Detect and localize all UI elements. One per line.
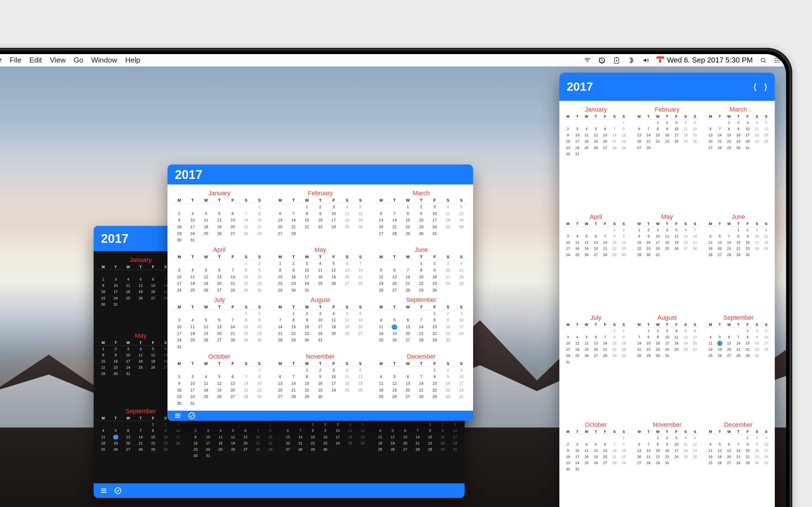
day-cell[interactable]: 2 <box>319 421 332 427</box>
day-cell[interactable]: 28 <box>287 394 300 400</box>
day-cell[interactable]: 25 <box>344 441 356 446</box>
day-cell[interactable]: 5 <box>681 328 690 334</box>
day-cell[interactable]: 12 <box>213 217 226 223</box>
day-cell[interactable]: 7 <box>287 211 300 217</box>
day-cell[interactable]: 9 <box>619 233 628 239</box>
day-cell[interactable]: 21 <box>610 138 619 144</box>
day-cell[interactable]: 16 <box>190 441 202 446</box>
day-cell[interactable]: 9 <box>172 381 186 387</box>
day-cell[interactable]: 21 <box>724 246 733 251</box>
day-cell[interactable]: 1 <box>428 311 441 317</box>
day-cell[interactable]: 31 <box>428 231 441 237</box>
day-cell[interactable]: 1 <box>428 367 441 374</box>
day-cell[interactable]: 13 <box>282 434 294 440</box>
day-cell[interactable]: 29 <box>644 353 653 358</box>
day-cell[interactable]: 27 <box>601 460 610 466</box>
day-cell[interactable]: 9 <box>190 434 202 440</box>
day-cell[interactable]: 29 <box>414 287 428 293</box>
day-cell[interactable]: 2 <box>663 120 672 126</box>
day-cell[interactable]: 24 <box>441 281 455 287</box>
day-cell[interactable]: 31 <box>109 302 122 307</box>
day-cell[interactable]: 6 <box>706 126 715 132</box>
day-cell[interactable]: 26 <box>672 246 681 251</box>
day-cell[interactable]: 1 <box>743 328 752 334</box>
day-cell[interactable]: 13 <box>690 334 700 340</box>
day-cell[interactable]: 7 <box>733 442 743 447</box>
day-cell[interactable]: 3 <box>327 367 340 374</box>
day-cell[interactable]: 11 <box>582 132 591 138</box>
day-cell[interactable]: 5 <box>455 204 468 210</box>
day-cell[interactable]: 24 <box>172 441 184 446</box>
day-cell[interactable]: 11 <box>455 267 468 274</box>
day-cell[interactable]: 27 <box>635 460 644 466</box>
day-cell[interactable]: 13 <box>388 274 401 280</box>
day-cell[interactable]: 4 <box>573 334 582 340</box>
day-cell[interactable]: 15 <box>733 240 743 245</box>
day-cell[interactable]: 2 <box>313 204 327 210</box>
menu-window[interactable]: Window <box>91 56 117 64</box>
day-cell[interactable]: 20 <box>681 240 690 245</box>
day-cell[interactable]: 29 <box>428 394 441 400</box>
day-cell[interactable]: 25 <box>573 353 582 358</box>
day-cell[interactable]: 14 <box>273 324 287 330</box>
day-cell[interactable]: 5 <box>388 317 401 323</box>
day-cell[interactable]: 12 <box>762 126 771 132</box>
day-cell[interactable]: 7 <box>644 442 653 447</box>
day-cell[interactable]: 21 <box>733 347 743 352</box>
day-cell[interactable]: 16 <box>253 274 266 280</box>
day-cell[interactable]: 10 <box>109 283 122 288</box>
day-cell[interactable]: 12 <box>582 341 591 346</box>
day-cell[interactable]: 13 <box>374 217 388 223</box>
day-cell[interactable]: 29 <box>424 447 436 452</box>
day-cell[interactable]: 24 <box>186 394 199 400</box>
day-cell[interactable]: 4 <box>374 374 388 380</box>
day-cell[interactable]: 30 <box>619 252 628 258</box>
day-cell[interactable]: 30 <box>733 145 743 151</box>
day-cell[interactable]: 11 <box>762 233 771 239</box>
day-cell[interactable]: 15 <box>644 341 653 346</box>
day-cell[interactable]: 27 <box>213 337 226 343</box>
day-cell[interactable]: 14 <box>601 341 610 346</box>
day-cell[interactable]: 25 <box>681 138 690 144</box>
day-cell[interactable]: 9 <box>97 283 109 288</box>
volume-icon[interactable] <box>642 56 650 64</box>
day-cell[interactable]: 11 <box>97 434 109 440</box>
day-cell[interactable]: 4 <box>97 428 109 434</box>
day-cell[interactable]: 19 <box>690 448 700 453</box>
day-cell[interactable]: 12 <box>340 317 354 323</box>
day-cell[interactable]: 23 <box>109 365 122 371</box>
day-cell[interactable]: 16 <box>253 324 266 330</box>
day-cell[interactable]: 8 <box>253 374 266 380</box>
day-cell[interactable]: 14 <box>601 240 610 245</box>
day-cell[interactable]: 9 <box>663 126 672 132</box>
day-cell[interactable]: 11 <box>374 434 387 440</box>
day-cell[interactable]: 22 <box>239 281 253 287</box>
day-cell[interactable]: 30 <box>619 353 628 358</box>
day-cell[interactable]: 2 <box>752 328 762 334</box>
day-cell[interactable]: 3 <box>653 227 663 233</box>
day-cell[interactable]: 14 <box>135 434 147 440</box>
day-cell[interactable]: 6 <box>401 374 414 380</box>
day-cell[interactable]: 20 <box>715 246 724 251</box>
day-cell[interactable]: 16 <box>644 240 653 245</box>
day-cell[interactable]: 16 <box>172 387 186 393</box>
day-cell[interactable]: 30 <box>253 337 266 343</box>
day-cell[interactable]: 17 <box>109 289 122 295</box>
day-cell[interactable]: 28 <box>644 460 653 466</box>
day-cell[interactable]: 30 <box>190 453 202 459</box>
day-cell[interactable]: 17 <box>300 274 313 280</box>
day-cell[interactable]: 30 <box>437 447 449 452</box>
day-cell[interactable]: 8 <box>239 267 253 274</box>
day-cell[interactable]: 16 <box>733 132 743 138</box>
day-cell[interactable]: 18 <box>186 281 199 287</box>
day-cell[interactable]: 21 <box>273 331 287 337</box>
day-cell[interactable]: 11 <box>681 442 690 447</box>
day-cell[interactable]: 21 <box>411 441 424 446</box>
day-cell[interactable]: 3 <box>300 261 313 267</box>
day-cell[interactable]: 24 <box>672 454 681 460</box>
day-cell[interactable]: 1 <box>644 328 653 334</box>
day-cell[interactable]: 12 <box>715 341 724 346</box>
day-cell[interactable]: 18 <box>327 324 340 330</box>
day-cell[interactable]: 14 <box>226 274 239 280</box>
day-cell[interactable]: 5 <box>690 120 700 126</box>
